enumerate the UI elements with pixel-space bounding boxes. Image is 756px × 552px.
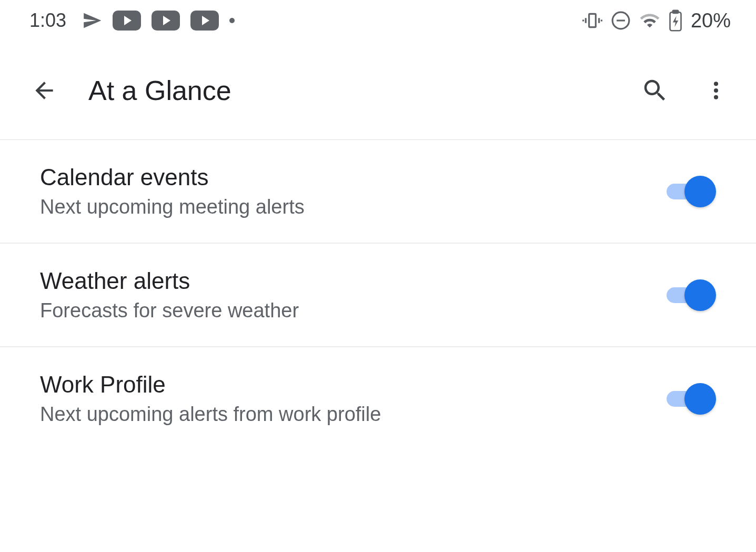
setting-title: Weather alerts	[40, 268, 667, 294]
setting-text: Work Profile Next upcoming alerts from w…	[40, 372, 667, 426]
toggle-thumb	[684, 383, 716, 415]
setting-text: Weather alerts Forecasts for severe weat…	[40, 268, 667, 322]
svg-rect-0	[589, 14, 596, 27]
setting-text: Calendar events Next upcoming meeting al…	[40, 164, 667, 218]
setting-title: Work Profile	[40, 372, 667, 398]
toggle-thumb	[684, 176, 716, 207]
svg-point-9	[714, 82, 718, 86]
back-button[interactable]	[29, 76, 59, 105]
status-bar-right: 20%	[582, 9, 731, 32]
vibrate-icon	[582, 11, 602, 31]
setting-subtitle: Next upcoming meeting alerts	[40, 196, 667, 218]
toggle-calendar-events[interactable]	[667, 176, 716, 207]
toggle-weather-alerts[interactable]	[667, 279, 716, 311]
battery-charging-icon	[669, 9, 682, 32]
status-bar-left: 1:03	[29, 9, 235, 32]
overflow-menu-button[interactable]	[701, 76, 731, 105]
setting-subtitle: Forecasts for severe weather	[40, 299, 667, 322]
page-title: At a Glance	[88, 75, 611, 106]
setting-title: Calendar events	[40, 164, 667, 190]
status-bar: 1:03 20%	[0, 0, 756, 41]
app-bar-actions	[640, 76, 731, 105]
youtube-icon	[113, 11, 141, 31]
search-button[interactable]	[640, 76, 670, 105]
toggle-thumb	[684, 279, 716, 311]
setting-subtitle: Next upcoming alerts from work profile	[40, 403, 667, 426]
svg-point-10	[714, 88, 718, 92]
status-time: 1:03	[29, 9, 66, 32]
dnd-icon	[611, 11, 631, 31]
more-notifications-icon	[229, 18, 235, 23]
app-bar: At a Glance	[0, 41, 756, 140]
wifi-icon	[639, 10, 660, 31]
setting-weather-alerts[interactable]: Weather alerts Forecasts for severe weat…	[0, 244, 756, 347]
setting-work-profile[interactable]: Work Profile Next upcoming alerts from w…	[0, 347, 756, 450]
svg-point-11	[714, 95, 718, 99]
settings-list: Calendar events Next upcoming meeting al…	[0, 140, 756, 450]
setting-calendar-events[interactable]: Calendar events Next upcoming meeting al…	[0, 140, 756, 244]
youtube-icon	[152, 11, 180, 31]
toggle-work-profile[interactable]	[667, 383, 716, 415]
youtube-icon	[190, 11, 219, 31]
send-icon	[82, 11, 102, 31]
svg-rect-8	[673, 11, 679, 13]
battery-percentage: 20%	[691, 9, 731, 32]
